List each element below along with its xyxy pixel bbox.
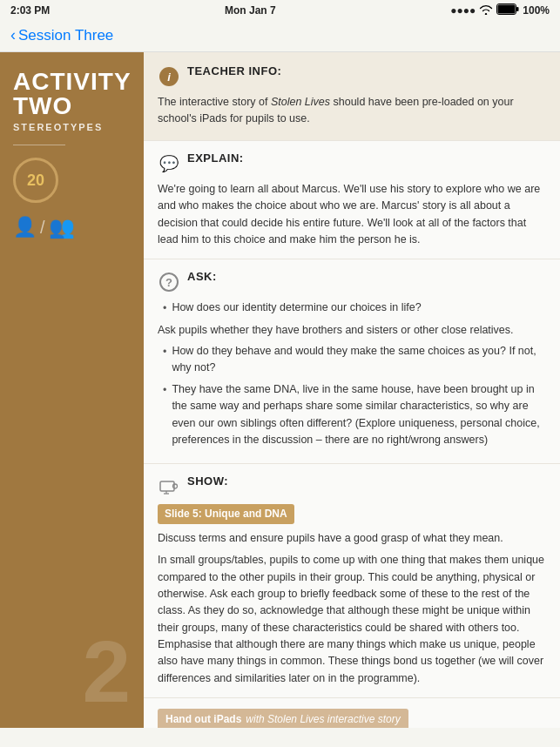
explain-header: 💬 EXPLAIN: [158,151,546,175]
bubble-icon-container: 💬 [158,152,180,175]
show-text1: Discuss terms and ensure pupils have a g… [158,530,546,547]
show-header: SHOW: [158,474,546,498]
ask1-bullet3-text: They have the same DNA, live in the same… [172,381,546,449]
back-button[interactable]: ‹ Session Three [10,26,113,44]
teacher-info-section: i TEACHER INFO: The interactive story of… [144,52,560,141]
people-icons: 👤 / 👥 [13,215,75,239]
sidebar: ACTIVITY TWO STEREOTYPES 20 👤 / 👥 2 [0,52,144,728]
slash-separator: / [40,218,45,238]
ask1-section: ? ASK: • How does our identity determine… [144,259,560,464]
svg-rect-3 [160,481,174,491]
explain-text: We're going to learn all about Marcus. W… [158,181,546,249]
handout-box: Hand out iPads with Stolen Lives interac… [158,709,408,728]
sidebar-divider [13,145,65,145]
timer-number: 20 [27,172,44,190]
activity-line2: TWO [13,94,72,118]
handout-italic: with Stolen Lives interactive story [246,711,400,728]
group-icon: 👥 [49,215,75,239]
ask1-header: ? ASK: [158,270,546,293]
info-icon-container: i [158,65,180,88]
activity-line1: ACTIVITY [13,70,132,94]
ask1-body: • How does our identity determine our ch… [158,299,546,448]
ask1-bullet3: • They have the same DNA, live in the sa… [158,381,546,449]
ask2-section: Hand out iPads with Stolen Lives interac… [144,698,560,728]
battery-percent: 100% [523,4,550,17]
battery-icon [496,3,519,17]
ask2-preamble: Hand out iPads with Stolen Lives interac… [158,709,546,728]
slide-highlight: Slide 5: Unique and DNA [158,504,294,524]
show-title: SHOW: [187,474,228,488]
back-label: Session Three [18,27,113,44]
show-text2: In small groups/tables, pupils to come u… [158,552,546,687]
show-icon-container [158,475,180,498]
projector-icon [159,479,179,495]
nav-bar: ‹ Session Three [0,21,560,52]
ask1-bullet2-text: How do they behave and would they make t… [172,343,546,377]
svg-rect-2 [516,7,519,11]
status-time: 2:03 PM [10,4,50,17]
teacher-info-header: i TEACHER INFO: [158,64,546,88]
question-icon-container: ? [158,271,180,293]
ask1-bullet2: • How do they behave and would they make… [158,343,546,377]
timer-circle: 20 [13,158,58,203]
bullet-dot-1: • [163,300,166,317]
explain-section: 💬 EXPLAIN: We're going to learn all abou… [144,141,560,260]
status-bar: 2:03 PM Mon Jan 7 ●●●● 100% [0,0,560,21]
signal-icon: ●●●● [450,4,476,17]
speech-bubble-icon: 💬 [159,154,179,173]
handout-label: Hand out iPads [165,711,241,728]
back-chevron-icon: ‹ [10,26,16,44]
show-section: SHOW: Slide 5: Unique and DNA Discuss te… [144,464,560,698]
explain-title: EXPLAIN: [187,151,244,165]
ask1-bullet1-text: How does our identity determine our choi… [172,299,421,317]
teacher-info-title: TEACHER INFO: [187,64,281,77]
svg-rect-1 [498,5,516,14]
bullet-dot-3: • [163,382,166,449]
explain-body: We're going to learn all about Marcus. W… [158,181,546,249]
person-icon: 👤 [13,216,37,239]
status-day: Mon Jan 7 [225,4,276,17]
ask1-bullet1: • How does our identity determine our ch… [158,299,546,317]
activity-subtitle: STEREOTYPES [13,122,103,132]
info-icon: i [159,67,179,86]
teacher-info-text: The interactive story of Stolen Lives sh… [158,94,546,128]
show-body: Slide 5: Unique and DNA Discuss terms an… [158,504,546,687]
content-area[interactable]: i TEACHER INFO: The interactive story of… [144,52,560,728]
ask1-interlude: Ask pupils whether they have brothers an… [158,322,546,339]
big-number: 2 [82,628,131,715]
wifi-icon [479,4,493,17]
question-icon: ? [159,273,179,292]
teacher-info-body: The interactive story of Stolen Lives sh… [158,94,546,128]
ask1-title: ASK: [187,270,217,283]
main-content: ACTIVITY TWO STEREOTYPES 20 👤 / 👥 2 i TE… [0,52,560,728]
bullet-dot-2: • [163,344,166,377]
